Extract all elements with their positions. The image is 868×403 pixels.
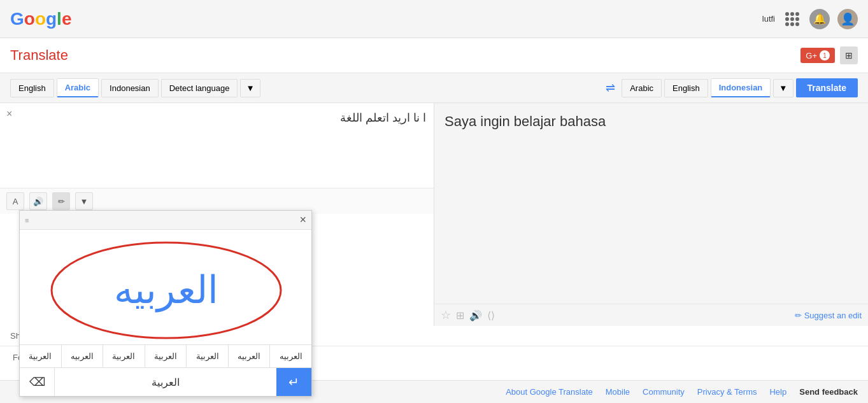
user-avatar[interactable]: 👤 (837, 9, 858, 29)
app-header: Google lutfi 🔔 👤 (0, 0, 868, 38)
handwriting-close-button[interactable]: × (299, 213, 306, 227)
suggest-edit-button[interactable]: ✏ Suggest an edit (795, 311, 862, 320)
listen-input-button[interactable]: 🔊 (29, 192, 47, 210)
more-input-options[interactable]: ▼ (75, 192, 93, 210)
output-toolbar: ☆ ⊞ 🔊 ⟨⟩ ✏ Suggest an edit (434, 304, 868, 326)
listen-output-button[interactable]: 🔊 (469, 309, 482, 322)
target-lang-selector: Arabic English Indonesian ▼ Translate (622, 78, 858, 97)
source-text-input[interactable] (0, 103, 434, 186)
table-view-button[interactable]: ⊞ (456, 309, 464, 322)
target-lang-dropdown[interactable]: ▼ (773, 79, 793, 97)
source-lang-selector: English Arabic Indonesian Detect languag… (10, 78, 599, 97)
suggestion-6[interactable]: العربيه (229, 345, 271, 367)
share-button[interactable]: ⊞ (840, 46, 858, 64)
clear-input-button[interactable]: × (6, 108, 12, 120)
target-lang-english[interactable]: English (664, 79, 708, 97)
translated-text: Saya ingin belajar bahasa (434, 103, 868, 180)
handwriting-panel: ≡ × العربيه العربية العربيه العربية العر… (19, 210, 312, 369)
swap-languages-button[interactable]: ⇌ (599, 77, 622, 99)
target-lang-indonesian[interactable]: Indonesian (711, 78, 771, 97)
header-right: lutfi 🔔 👤 (762, 9, 858, 29)
source-lang-english[interactable]: English (10, 79, 54, 97)
share-translation-button[interactable]: ⟨⟩ (487, 309, 495, 322)
star-button[interactable]: ☆ (441, 308, 451, 322)
notifications-icon[interactable]: 🔔 (809, 9, 830, 29)
target-lang-arabic[interactable]: Arabic (622, 79, 662, 97)
handwriting-enter-button[interactable]: ↵ (276, 368, 311, 369)
language-bar: English Arabic Indonesian Detect languag… (0, 73, 868, 103)
source-lang-indonesian[interactable]: Indonesian (101, 79, 159, 97)
suggestion-1[interactable]: العربية (20, 345, 62, 367)
gplus-button[interactable]: G+ 1 (800, 48, 835, 63)
handwriting-backspace-button[interactable]: ⌫ (20, 368, 55, 369)
header-left: Google (10, 9, 71, 29)
apps-icon[interactable] (783, 10, 802, 29)
source-lang-dropdown[interactable]: ▼ (240, 79, 260, 97)
suggestion-3[interactable]: العربية (103, 345, 145, 367)
output-panel: Saya ingin belajar bahasa ☆ ⊞ 🔊 ⟨⟩ ✏ Sug… (434, 103, 868, 326)
suggestion-5[interactable]: العربية (187, 345, 229, 367)
google-logo[interactable]: Google (10, 9, 71, 29)
translate-button[interactable]: Translate (796, 78, 858, 97)
sub-header-right: G+ 1 ⊞ (800, 46, 858, 64)
username-label: lutfi (762, 14, 775, 24)
page-title: Translate (10, 47, 68, 64)
handwriting-canvas[interactable]: العربيه (20, 230, 311, 344)
handwriting-bottom-bar: ⌫ العربية ↵ (20, 367, 311, 369)
source-lang-detect[interactable]: Detect language (161, 79, 238, 97)
font-size-button[interactable]: A (6, 192, 24, 210)
source-lang-arabic[interactable]: Arabic (57, 78, 99, 97)
pencil-icon: ✏ (795, 311, 802, 320)
suggestion-7[interactable]: العربيه (270, 345, 311, 367)
handwriting-button[interactable]: ✏ (52, 192, 70, 210)
handwriting-suggestions: العربية العربيه العربية العربية العربية … (20, 344, 311, 367)
handwriting-header: ≡ × (20, 211, 311, 230)
suggestion-2[interactable]: العربيه (62, 345, 104, 367)
suggestion-4[interactable]: العربية (145, 345, 187, 367)
sub-header: Translate G+ 1 ⊞ (0, 38, 868, 73)
svg-text:العربيه: العربيه (114, 269, 218, 313)
